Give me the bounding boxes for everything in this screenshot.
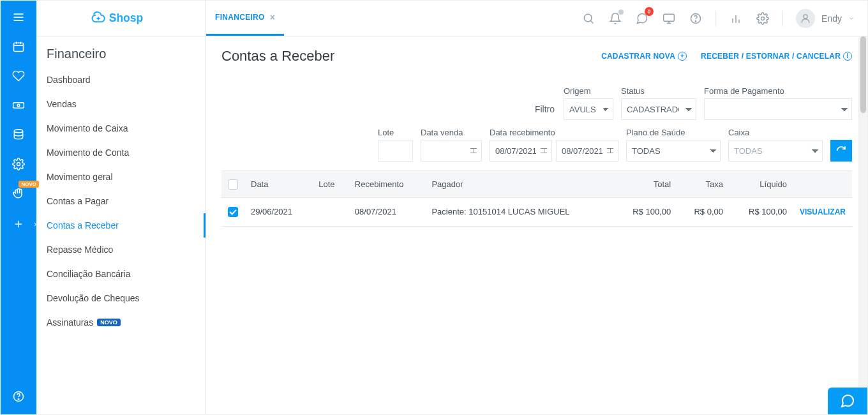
caixa-label: Caixa bbox=[728, 128, 823, 137]
topbar-actions: 0 E bbox=[581, 9, 855, 28]
separator bbox=[715, 11, 716, 26]
bell-icon[interactable] bbox=[608, 11, 622, 26]
svg-point-17 bbox=[584, 14, 592, 22]
datareceb-from-input[interactable] bbox=[490, 140, 552, 162]
svg-rect-7 bbox=[13, 103, 24, 108]
action-receber-estornar[interactable]: RECEBER / ESTORNAR / CANCELARi bbox=[701, 52, 852, 61]
col-pagador: Pagador bbox=[425, 171, 613, 198]
svg-point-23 bbox=[695, 20, 696, 21]
table-row: 29/06/2021 08/07/2021 Paciente: 10151014… bbox=[221, 197, 852, 227]
status-select[interactable]: CADASTRADO bbox=[621, 98, 696, 120]
user-menu[interactable]: Endy bbox=[796, 9, 855, 28]
plus-circle-icon: + bbox=[678, 52, 687, 61]
chevron-down-icon bbox=[848, 15, 855, 22]
visualizar-link[interactable]: VISUALIZAR bbox=[800, 207, 846, 216]
receivables-table: Data Lote Recebimento Pagador Total Taxa… bbox=[221, 170, 852, 227]
cell-data: 29/06/2021 bbox=[244, 197, 312, 227]
page-title: Contas a Receber bbox=[221, 48, 334, 64]
cell-taxa: R$ 0,00 bbox=[677, 197, 730, 227]
lote-input[interactable] bbox=[378, 140, 413, 162]
user-name: Endy bbox=[821, 13, 842, 24]
sidebar-item-movimento-geral[interactable]: Movimento geral bbox=[36, 165, 206, 189]
database-icon[interactable] bbox=[11, 127, 26, 142]
content: Contas a Receber CADASTRAR NOVA+ RECEBER… bbox=[206, 36, 867, 414]
tab-label: FINANCEIRO bbox=[215, 13, 265, 22]
settings-gear-icon[interactable] bbox=[11, 156, 26, 172]
icon-rail: NOVO bbox=[1, 1, 36, 414]
col-lote: Lote bbox=[312, 171, 348, 198]
sidebar-title: Financeiro bbox=[36, 36, 206, 68]
search-icon[interactable] bbox=[581, 11, 595, 26]
menu-icon[interactable] bbox=[11, 10, 26, 25]
heart-icon[interactable] bbox=[11, 68, 26, 84]
svg-point-8 bbox=[17, 104, 20, 107]
page-actions: CADASTRAR NOVA+ RECEBER / ESTORNAR / CAN… bbox=[601, 52, 852, 61]
money-icon[interactable] bbox=[11, 98, 26, 113]
main: FINANCEIRO × 0 bbox=[206, 1, 867, 414]
cell-total: R$ 100,00 bbox=[613, 197, 677, 227]
lote-label: Lote bbox=[378, 128, 413, 137]
tabs: FINANCEIRO × bbox=[206, 1, 284, 36]
svg-rect-19 bbox=[664, 14, 675, 21]
avatar-icon bbox=[796, 9, 815, 28]
tab-financeiro[interactable]: FINANCEIRO × bbox=[206, 1, 284, 36]
sidebar-item-dashboard[interactable]: Dashboard bbox=[36, 68, 206, 92]
refresh-button[interactable] bbox=[830, 140, 852, 162]
sidebar-item-movimento-caixa[interactable]: Movimento de Caixa bbox=[36, 116, 206, 140]
sidebar-item-devolucao-cheques[interactable]: Devolução de Cheques bbox=[36, 286, 206, 310]
brand-logo[interactable]: Shosp bbox=[36, 1, 206, 36]
col-taxa: Taxa bbox=[677, 171, 730, 198]
monitor-icon[interactable] bbox=[662, 11, 676, 26]
col-total: Total bbox=[613, 171, 677, 198]
cell-pagador: Paciente: 10151014 LUCAS MIGUEL bbox=[425, 197, 613, 227]
action-cadastrar-nova[interactable]: CADASTRAR NOVA+ bbox=[601, 52, 687, 61]
sidebar-item-assinaturas[interactable]: Assinaturas NOVO bbox=[36, 310, 206, 335]
novo-badge: NOVO bbox=[19, 181, 39, 188]
svg-point-10 bbox=[17, 163, 20, 166]
datavenda-input[interactable] bbox=[421, 140, 482, 162]
datareceb-to-input[interactable] bbox=[556, 140, 618, 162]
col-data: Data bbox=[244, 171, 312, 198]
sidebar-item-contas-pagar[interactable]: Contas a Pagar bbox=[36, 189, 206, 213]
filters: Filtro Origem AVULSA Status CADASTRADO F… bbox=[221, 86, 852, 162]
sidebar-item-vendas[interactable]: Vendas bbox=[36, 92, 206, 116]
caixa-select[interactable]: TODAS bbox=[728, 140, 823, 162]
help-circle-icon[interactable] bbox=[689, 11, 703, 26]
svg-point-9 bbox=[14, 130, 22, 133]
row-checkbox[interactable] bbox=[228, 207, 238, 217]
cell-recebimento: 08/07/2021 bbox=[348, 197, 426, 227]
scrollbar[interactable] bbox=[858, 36, 867, 414]
sidebar-item-repasse-medico[interactable]: Repasse Médico bbox=[36, 238, 206, 262]
origem-select[interactable]: AVULSA bbox=[564, 98, 613, 120]
datavenda-label: Data venda bbox=[421, 128, 482, 137]
brand-text: Shosp bbox=[108, 11, 142, 24]
sidebar: Shosp Financeiro Dashboard Vendas Movime… bbox=[36, 1, 206, 414]
cell-lote bbox=[312, 197, 348, 227]
chat-fab[interactable] bbox=[828, 388, 867, 414]
sidebar-item-contas-receber[interactable]: Contas a Receber bbox=[36, 213, 206, 238]
sidebar-item-movimento-conta[interactable]: Movimento de Conta bbox=[36, 140, 206, 165]
plano-saude-select[interactable]: TODAS bbox=[626, 140, 721, 162]
hand-icon[interactable]: NOVO bbox=[11, 186, 26, 201]
svg-rect-3 bbox=[14, 43, 24, 51]
add-button[interactable] bbox=[10, 215, 27, 233]
help-icon[interactable] bbox=[11, 389, 26, 404]
col-recebimento: Recebimento bbox=[348, 171, 426, 198]
message-count: 0 bbox=[645, 7, 654, 16]
filtro-label: Filtro bbox=[535, 98, 556, 120]
topbar: FINANCEIRO × 0 bbox=[206, 1, 867, 36]
svg-point-27 bbox=[761, 17, 765, 20]
bar-chart-icon[interactable] bbox=[729, 11, 743, 26]
chat-icon[interactable]: 0 bbox=[635, 11, 649, 26]
separator bbox=[782, 11, 783, 26]
info-circle-icon: i bbox=[843, 52, 852, 61]
tab-close-icon[interactable]: × bbox=[270, 12, 275, 22]
datareceb-label: Data recebimento bbox=[490, 128, 618, 137]
forma-pagamento-select[interactable] bbox=[704, 98, 852, 120]
sidebar-nav: Dashboard Vendas Movimento de Caixa Movi… bbox=[36, 68, 206, 335]
gear-icon[interactable] bbox=[756, 11, 770, 26]
select-all-checkbox[interactable] bbox=[228, 179, 238, 190]
calendar-icon[interactable] bbox=[11, 39, 26, 54]
plano-label: Plano de Saúde bbox=[626, 128, 721, 137]
sidebar-item-conciliacao[interactable]: Conciliação Bancária bbox=[36, 262, 206, 286]
